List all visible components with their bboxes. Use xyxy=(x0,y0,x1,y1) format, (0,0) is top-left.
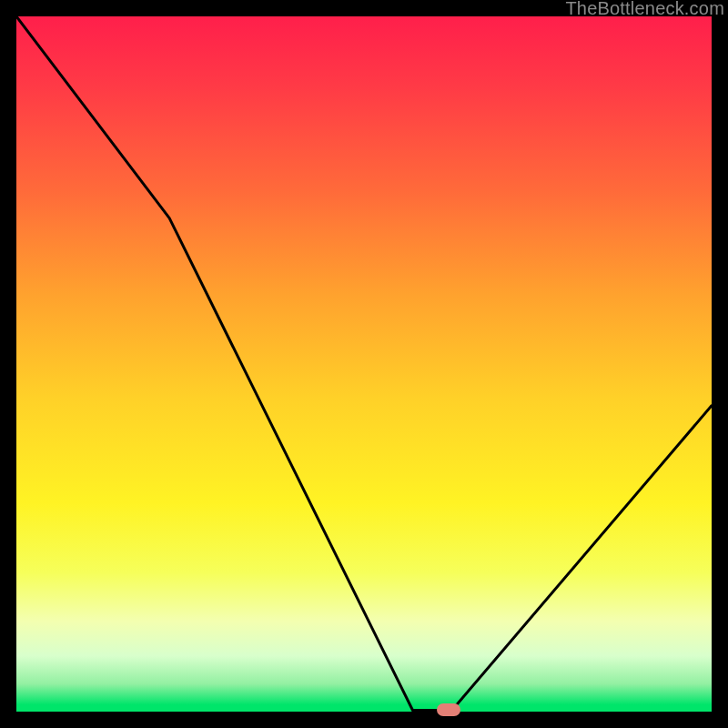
optimal-point-marker xyxy=(437,703,460,716)
watermark-text: TheBottleneck.com xyxy=(565,0,724,19)
chart-area xyxy=(16,16,712,712)
bottleneck-line-chart xyxy=(16,16,712,712)
bottleneck-curve-path xyxy=(16,16,712,711)
